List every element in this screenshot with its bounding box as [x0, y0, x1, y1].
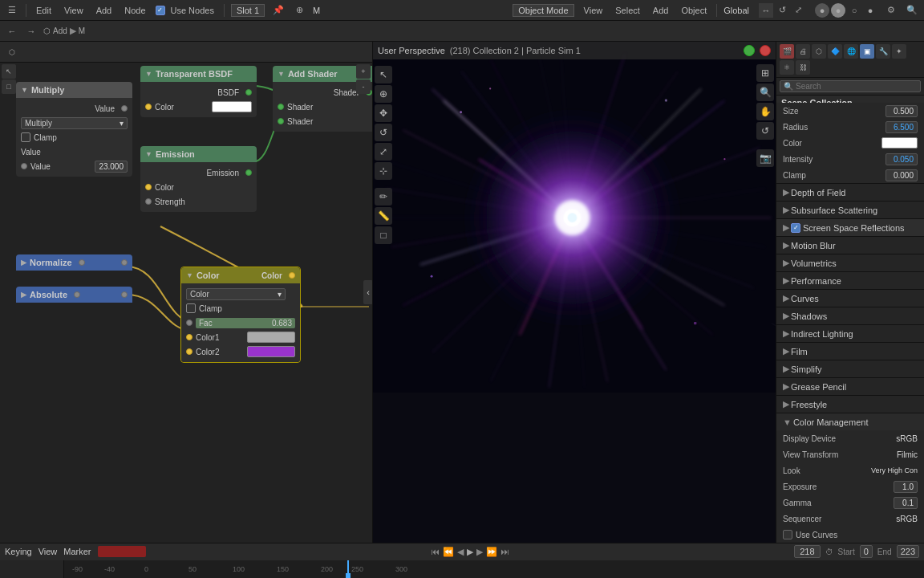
- grease-pencil-header[interactable]: ▶ Grease Pencil: [776, 377, 924, 395]
- use-nodes-label[interactable]: Use Nodes: [168, 4, 217, 17]
- intensity-value[interactable]: 0.050: [886, 153, 918, 165]
- constraints-icon[interactable]: ⛓: [796, 60, 810, 75]
- multiply-in-socket[interactable]: [21, 163, 27, 169]
- add-shader-in2-socket[interactable]: [278, 118, 284, 124]
- color-color1-socket[interactable]: [186, 334, 192, 340]
- size-value[interactable]: 0.500: [886, 105, 918, 117]
- view-transform-value[interactable]: Filmic: [897, 450, 918, 459]
- view-zoom-icon[interactable]: 🔍: [756, 83, 774, 101]
- pin-icon[interactable]: 📌: [271, 3, 286, 18]
- emission-strength-socket[interactable]: [145, 198, 152, 205]
- physics-icon[interactable]: ⚛: [780, 60, 794, 75]
- next-keyframe-btn[interactable]: ▶: [476, 547, 483, 557]
- normalize-in-socket[interactable]: [79, 259, 85, 266]
- jump-start-btn[interactable]: ⏮: [431, 547, 440, 556]
- zoom-in-tool[interactable]: +: [356, 64, 371, 79]
- annotate-icon[interactable]: ✏: [375, 188, 392, 206]
- tl-marker-label[interactable]: Marker: [63, 547, 91, 556]
- color-fac-socket[interactable]: [186, 320, 192, 326]
- view-layer-icon[interactable]: ⬡: [812, 44, 826, 59]
- move-icon[interactable]: ✥: [375, 104, 392, 122]
- settings-icon[interactable]: ⚙: [884, 3, 898, 18]
- output-props-icon[interactable]: 🖨: [796, 44, 810, 59]
- multiply-value-box[interactable]: 23.000: [95, 161, 128, 173]
- color-swatch[interactable]: [881, 137, 918, 149]
- play-btn[interactable]: ▶: [467, 547, 473, 557]
- look-value[interactable]: Very High Con: [871, 466, 918, 474]
- rotate-tool-icon[interactable]: ↺: [375, 124, 392, 141]
- panel-toggle[interactable]: ‹: [363, 280, 373, 304]
- scene-props-icon[interactable]: 🔷: [828, 44, 842, 59]
- color-clamp-checkbox[interactable]: [186, 303, 196, 313]
- shading2-icon[interactable]: ●: [831, 3, 845, 18]
- world-props-icon[interactable]: 🌐: [844, 44, 858, 59]
- breadcrumb-m[interactable]: M: [79, 26, 85, 35]
- viewport[interactable]: User Perspective (218) Collection 2 | Pa…: [373, 42, 776, 543]
- radius-value[interactable]: 6.500: [886, 121, 918, 133]
- node-editor-icon[interactable]: ⬡: [5, 45, 19, 59]
- viewport-select[interactable]: Select: [612, 4, 643, 17]
- exposure-value[interactable]: 1.0: [894, 481, 918, 493]
- search-icon[interactable]: 🔍: [905, 3, 919, 18]
- node-transparent-bsdf[interactable]: ▼ Transparent BSDF BSDF Color: [140, 66, 257, 117]
- select-icon[interactable]: ↖: [375, 66, 392, 83]
- motion-blur-header[interactable]: ▶ Motion Blur: [776, 236, 924, 254]
- nav-edit[interactable]: Edit: [33, 4, 55, 17]
- next-frame-btn[interactable]: ⏩: [486, 547, 497, 557]
- film-header[interactable]: ▶ Film: [776, 342, 924, 360]
- cursor-tool-icon[interactable]: ⊕: [375, 85, 392, 103]
- bsdf-color-swatch[interactable]: [212, 101, 252, 112]
- particles-icon[interactable]: ✦: [892, 44, 906, 59]
- color-color2-socket[interactable]: [186, 348, 192, 355]
- menu-icon[interactable]: ☰: [5, 3, 19, 18]
- ssr-checkbox[interactable]: ✓: [791, 223, 800, 233]
- color2-swatch[interactable]: [247, 346, 295, 357]
- emission-color-socket[interactable]: [145, 184, 152, 190]
- display-device-value[interactable]: sRGB: [896, 434, 918, 443]
- subsurface-header[interactable]: ▶ Subsurface Scattering: [776, 201, 924, 218]
- view-perspective-icon[interactable]: ⊞: [756, 64, 774, 82]
- zoom-out-tool[interactable]: -: [356, 79, 371, 94]
- shading4-icon[interactable]: ●: [863, 3, 877, 18]
- measure-icon[interactable]: 📏: [375, 207, 392, 225]
- indirect-lighting-header[interactable]: ▶ Indirect Lighting: [776, 324, 924, 342]
- view-rotate-icon[interactable]: ↺: [756, 122, 774, 140]
- volumetrics-header[interactable]: ▶ Volumetrics: [776, 254, 924, 271]
- use-curves-checkbox[interactable]: [783, 530, 792, 539]
- color-mode-dropdown[interactable]: Color ▾: [186, 288, 286, 300]
- node-color[interactable]: ▼ Color Color Color ▾ Clamp: [180, 267, 301, 363]
- color-out-socket[interactable]: [289, 272, 295, 279]
- select-tool[interactable]: ↖: [2, 64, 16, 79]
- freestyle-header[interactable]: ▶ Freestyle: [776, 395, 924, 413]
- color-management-header[interactable]: ▼ Color Management: [776, 413, 924, 430]
- depth-of-field-header[interactable]: ▶ Depth of Field: [776, 183, 924, 201]
- object-props-icon[interactable]: ▣: [860, 44, 874, 59]
- prev-keyframe-btn[interactable]: ◀: [457, 547, 464, 557]
- multiply-value-socket[interactable]: [121, 105, 128, 112]
- shadows-header[interactable]: ▶ Shadows: [776, 307, 924, 324]
- simplify-header[interactable]: ▶ Simplify: [776, 360, 924, 377]
- transform-icon[interactable]: ↔: [759, 3, 773, 18]
- forward-icon[interactable]: →: [24, 24, 38, 39]
- add-cube-icon[interactable]: □: [375, 226, 392, 244]
- modifier-props-icon[interactable]: 🔧: [876, 44, 890, 59]
- camera-icon[interactable]: 📷: [756, 149, 774, 167]
- view-pan-icon[interactable]: ✋: [756, 103, 774, 120]
- object-mode-selector[interactable]: Object Mode: [513, 4, 573, 17]
- shading1-icon[interactable]: ●: [815, 3, 829, 18]
- start-frame[interactable]: 0: [860, 545, 873, 558]
- slot-selector[interactable]: Slot 1: [231, 4, 265, 17]
- scale-icon[interactable]: ⤢: [791, 3, 805, 18]
- viewport-view[interactable]: View: [581, 4, 606, 17]
- jump-end-btn[interactable]: ⏭: [500, 547, 509, 556]
- multiply-clamp-checkbox[interactable]: [21, 132, 30, 142]
- nav-node[interactable]: Node: [121, 4, 148, 17]
- tl-view-label[interactable]: View: [38, 547, 58, 556]
- scale-tool-icon[interactable]: ⤢: [375, 143, 392, 161]
- emission-out-socket[interactable]: [245, 169, 252, 176]
- node-emission[interactable]: ▼ Emission Emission Color Strength: [140, 146, 257, 212]
- absolute-out-socket[interactable]: [121, 291, 128, 298]
- bsdf-out-socket[interactable]: [245, 89, 252, 96]
- bsdf-color-socket[interactable]: [145, 104, 152, 110]
- add-shader-in1-socket[interactable]: [278, 104, 284, 110]
